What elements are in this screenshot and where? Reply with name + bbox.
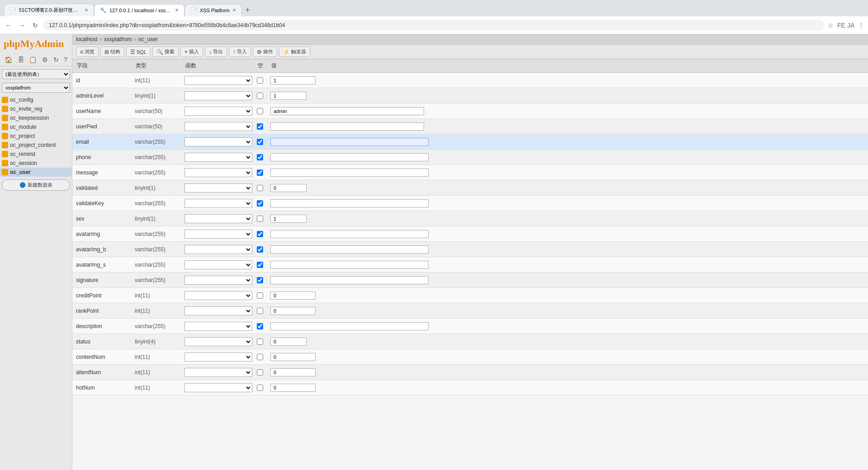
export-button[interactable]: ↓ 导出 [205,47,227,57]
triggers-button[interactable]: ⚡ 触发器 [279,47,310,57]
database-select[interactable]: xssplatfrom [2,83,70,93]
sidebar-item-oc_remind[interactable]: oc_remind [0,150,72,159]
back-button[interactable]: ← [4,21,14,30]
field-null-checkbox[interactable] [257,385,263,391]
field-function-select[interactable] [184,291,252,300]
field-value-input[interactable] [270,384,316,392]
field-function-select[interactable] [184,306,252,315]
field-value-input[interactable] [270,307,316,315]
field-function-select[interactable] [184,76,252,85]
refresh-icon[interactable]: ↻ [52,55,60,64]
settings-icon[interactable]: ⚙ [41,55,49,64]
new-tab-button[interactable]: + [242,6,253,14]
field-value-input[interactable] [270,107,424,115]
help-icon[interactable]: ? [63,55,68,64]
sidebar-item-oc_config[interactable]: oc_config [0,95,72,104]
insert-button[interactable]: + 插入 [180,47,203,57]
field-null-checkbox[interactable] [257,77,263,84]
field-null-checkbox[interactable] [257,262,263,268]
field-null-checkbox[interactable] [257,292,263,299]
field-function-select[interactable] [184,337,252,346]
field-function-select[interactable] [184,122,252,131]
tab-close-1[interactable]: ✕ [85,8,88,13]
search-button[interactable]: 🔍 搜索 [152,47,179,57]
tab-close-3[interactable]: ✕ [232,8,236,13]
field-null-checkbox[interactable] [257,354,263,360]
recent-tables-select[interactable]: (最近使用的表） [2,69,70,79]
field-function-select[interactable] [184,214,252,223]
sql-button[interactable]: ☰ SQL [126,47,151,57]
tab-close-2[interactable]: ✕ [175,8,179,13]
field-value-input[interactable] [270,276,429,284]
field-null-checkbox[interactable] [257,139,263,145]
field-value-input[interactable] [270,230,429,238]
browser-tab-1[interactable]: 📄 51CTO博客2.0-原创IT技术文章... ✕ [4,4,94,16]
browser-tab-3[interactable]: 📄 XSS Platform ✕ [184,4,242,16]
field-function-select[interactable] [184,245,252,254]
field-null-checkbox[interactable] [257,369,263,376]
sidebar-item-oc_session[interactable]: oc_session [0,159,72,168]
sidebar-item-oc_module[interactable]: oc_module [0,122,72,132]
field-value-input[interactable] [270,338,307,346]
forward-button[interactable]: → [17,21,27,30]
import-button[interactable]: ↑ 导入 [229,47,251,57]
profile-icon[interactable]: FE JA [837,22,854,29]
field-null-checkbox[interactable] [257,108,263,114]
field-value-input[interactable] [270,184,307,192]
new-table-button[interactable]: 🔵 新建数据表 [2,179,70,191]
field-value-input[interactable] [270,199,429,207]
field-null-checkbox[interactable] [257,231,263,237]
field-null-checkbox[interactable] [257,154,263,160]
field-null-checkbox[interactable] [257,169,263,176]
breadcrumb-table[interactable]: oc_user [138,36,158,42]
browser-tab-2[interactable]: 🔧 127.0.0.1 / localhost / xssplatf... ✕ [94,4,184,16]
field-null-checkbox[interactable] [257,93,263,99]
database-icon[interactable]: 🗄 [17,55,25,64]
sidebar-item-oc_user[interactable]: oc_user [0,168,72,177]
field-function-select[interactable] [184,260,252,269]
field-function-select[interactable] [184,276,252,285]
field-function-select[interactable] [184,137,252,146]
breadcrumb-db[interactable]: xssplatfrom [104,36,132,42]
field-value-input[interactable] [270,215,307,223]
sidebar-item-oc_keepsession[interactable]: oc_keepsession [0,113,72,122]
field-null-checkbox[interactable] [257,246,263,253]
field-null-checkbox[interactable] [257,323,263,329]
field-value-input[interactable] [270,245,429,254]
field-value-input[interactable] [270,122,424,131]
home-icon[interactable]: 🏠 [4,55,13,64]
field-value-input[interactable] [270,138,429,146]
field-function-select[interactable] [184,168,252,177]
sql-icon[interactable]: 📋 [28,55,38,64]
field-function-select[interactable] [184,107,252,116]
sidebar-item-oc_project[interactable]: oc_project [0,132,72,141]
breadcrumb-host[interactable]: localhost [76,36,97,42]
field-value-input[interactable] [270,322,429,330]
address-bar-input[interactable] [43,20,824,31]
field-null-checkbox[interactable] [257,200,263,207]
refresh-button[interactable]: ↻ [31,21,40,30]
field-value-input[interactable] [270,92,307,100]
sidebar-item-oc_invite_reg[interactable]: oc_invite_reg [0,104,72,113]
field-value-input[interactable] [270,76,316,85]
bookmark-icon[interactable]: ☆ [828,22,834,29]
structure-button[interactable]: ⊞ 结构 [100,47,124,57]
field-null-checkbox[interactable] [257,308,263,314]
menu-icon[interactable]: ⋮ [858,22,864,29]
field-value-input[interactable] [270,368,316,376]
field-null-checkbox[interactable] [257,123,263,130]
field-function-select[interactable] [184,368,252,377]
field-value-input[interactable] [270,353,316,361]
field-function-select[interactable] [184,183,252,193]
field-function-select[interactable] [184,91,252,100]
field-function-select[interactable] [184,352,252,362]
field-function-select[interactable] [184,322,252,331]
field-value-input[interactable] [270,153,429,161]
field-function-select[interactable] [184,153,252,162]
field-value-input[interactable] [270,169,429,177]
field-value-input[interactable] [270,261,429,269]
field-null-checkbox[interactable] [257,277,263,283]
field-function-select[interactable] [184,383,252,392]
field-function-select[interactable] [184,199,252,208]
field-null-checkbox[interactable] [257,338,263,345]
